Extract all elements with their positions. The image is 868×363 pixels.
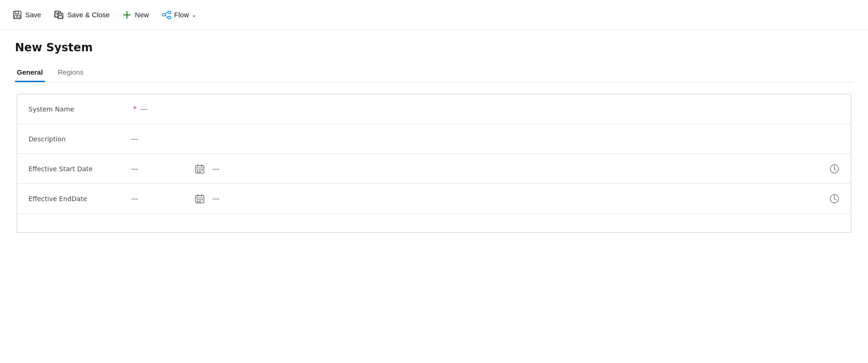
new-label: New [135, 11, 149, 19]
new-icon [123, 11, 131, 19]
effective-start-date-clock-icon[interactable] [829, 164, 840, 174]
svg-rect-14 [168, 11, 171, 14]
effective-end-date-value[interactable]: --- [131, 195, 187, 202]
tab-regions[interactable]: Regions [56, 63, 85, 82]
svg-rect-6 [56, 11, 59, 13]
toolbar: Save Save & Close New [0, 0, 868, 30]
effective-end-time-value[interactable]: --- [212, 195, 829, 202]
flow-icon [162, 11, 171, 19]
flow-label: Flow [174, 11, 189, 19]
effective-start-time-value[interactable]: --- [212, 165, 829, 173]
form-row-spacer [17, 214, 851, 232]
form-row-effective-start-date: Effective Start Date --- [17, 154, 851, 184]
description-label: Description [28, 135, 131, 143]
svg-rect-39 [197, 201, 198, 202]
effective-start-date-calendar-icon[interactable] [195, 164, 205, 174]
save-label: Save [25, 11, 41, 19]
svg-rect-28 [199, 171, 201, 173]
effective-end-date-time-container: --- [187, 194, 840, 204]
effective-end-date-clock-icon[interactable] [829, 194, 840, 204]
svg-rect-37 [199, 199, 201, 201]
effective-end-date-label: Effective EndDate [28, 195, 131, 202]
effective-start-date-time-container: --- [187, 164, 840, 174]
effective-start-date-value[interactable]: --- [131, 165, 187, 173]
svg-rect-27 [197, 171, 198, 173]
svg-rect-24 [197, 169, 198, 171]
svg-line-43 [834, 199, 836, 200]
form-row-effective-end-date: Effective EndDate --- [17, 184, 851, 214]
svg-rect-2 [14, 15, 20, 18]
svg-rect-1 [15, 11, 19, 14]
system-name-label: System Name [28, 105, 131, 113]
svg-rect-26 [202, 169, 203, 171]
save-icon [13, 11, 21, 19]
svg-line-31 [834, 169, 836, 170]
form-row-system-name: System Name * --- [17, 94, 851, 124]
form-row-description: Description --- [17, 124, 851, 154]
effective-start-date-label: Effective Start Date [28, 165, 131, 173]
svg-rect-40 [199, 201, 201, 202]
save-close-button[interactable]: Save & Close [49, 7, 115, 23]
svg-rect-15 [168, 16, 171, 19]
new-button[interactable]: New [117, 7, 154, 23]
description-value[interactable]: --- [131, 135, 840, 143]
svg-rect-13 [162, 14, 165, 16]
system-name-required: * [133, 105, 137, 113]
form-section: System Name * --- Description --- Effect… [17, 94, 851, 233]
svg-line-17 [165, 14, 167, 17]
page-title: New System [15, 41, 853, 54]
tabs-container: General Regions [15, 63, 853, 83]
system-name-value[interactable]: --- [140, 105, 840, 113]
save-close-label: Save & Close [67, 11, 110, 19]
page-content: New System General Regions System Name *… [0, 30, 868, 244]
save-close-icon [54, 11, 63, 19]
flow-button[interactable]: Flow ⌄ [156, 7, 202, 23]
svg-rect-36 [197, 199, 198, 201]
svg-rect-25 [199, 169, 201, 171]
effective-end-date-calendar-icon[interactable] [195, 194, 205, 204]
save-button[interactable]: Save [7, 7, 47, 23]
svg-line-16 [165, 12, 167, 14]
svg-rect-38 [202, 199, 203, 201]
flow-chevron-icon: ⌄ [192, 12, 196, 18]
tab-general[interactable]: General [15, 63, 45, 82]
